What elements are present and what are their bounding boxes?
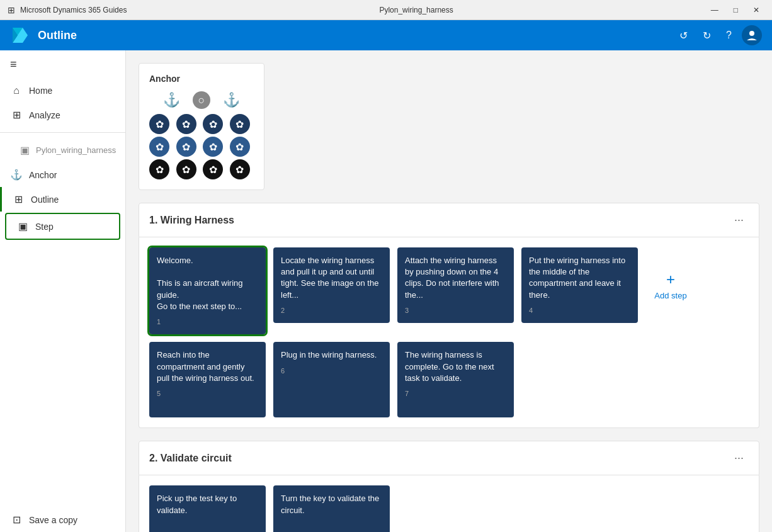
step-5-num: 5 bbox=[157, 389, 258, 399]
anchor-icons: ⚓ ○ ⚓ bbox=[149, 91, 254, 109]
doc-icon: ▣ bbox=[20, 144, 30, 156]
anchor-grid-item: ✿ bbox=[176, 159, 196, 179]
sidebar-item-analyze[interactable]: ⊞ Analyze bbox=[0, 103, 125, 127]
step-4-num: 4 bbox=[529, 306, 630, 315]
task-1-title: 1. Wiring Harness bbox=[149, 215, 234, 226]
step-6-card[interactable]: Plug in the wiring harness. 6 bbox=[273, 342, 390, 417]
app-name: Microsoft Dynamics 365 Guides bbox=[20, 6, 127, 14]
help-button[interactable]: ? bbox=[721, 26, 737, 45]
sidebar: ≡ ⌂ Home ⊞ Analyze ▣ Pylon_wiring_harnes… bbox=[0, 50, 126, 532]
add-step-button[interactable]: + Add step bbox=[645, 247, 696, 323]
task-2-steps-container: Pick up the test key to validate. Turn t… bbox=[139, 475, 759, 532]
anchor-grid-item: ✿ bbox=[176, 137, 196, 157]
app-icon: ⊞ bbox=[8, 5, 15, 15]
add-step-icon: + bbox=[666, 271, 675, 288]
close-button[interactable]: ✕ bbox=[748, 3, 764, 17]
title-bar: ⊞ Microsoft Dynamics 365 Guides Pylon_wi… bbox=[0, 0, 772, 20]
step-icon: ▣ bbox=[16, 220, 29, 232]
sidebar-item-home[interactable]: ⌂ Home bbox=[0, 79, 125, 103]
outline-icon: ⊞ bbox=[12, 193, 25, 205]
anchor-label: Anchor bbox=[29, 170, 57, 180]
step-label: Step bbox=[35, 222, 54, 232]
undo-button[interactable]: ↺ bbox=[674, 26, 693, 45]
step-2-num: 2 bbox=[281, 306, 382, 315]
header-right: ↺ ↻ ? bbox=[674, 25, 762, 45]
title-bar-right: — □ ✕ bbox=[706, 3, 764, 17]
task-1-more-button[interactable]: ··· bbox=[729, 211, 749, 229]
sidebar-item-step[interactable]: ▣ Step bbox=[5, 213, 120, 240]
anchor-icon: ⚓ bbox=[10, 169, 23, 181]
step-7-text: The wiring harness is complete. Go to th… bbox=[405, 349, 506, 384]
header-left: Outline bbox=[10, 25, 77, 45]
title-bar-center: Pylon_wiring_harness bbox=[379, 6, 453, 14]
step-4-card[interactable]: Put the wiring harness into the middle o… bbox=[521, 247, 638, 323]
avatar-button[interactable] bbox=[742, 25, 762, 45]
step-3-card[interactable]: Attach the wiring harness by pushing dow… bbox=[397, 247, 514, 323]
task-2-header: 2. Validate circuit ··· bbox=[139, 441, 759, 475]
anchor-grid-item: ✿ bbox=[203, 159, 223, 179]
anchor-grid-item: ✿ bbox=[176, 114, 196, 134]
validate-step-2-text: Turn the key to validate the circuit. bbox=[281, 493, 382, 516]
sidebar-item-anchor[interactable]: ⚓ Anchor bbox=[0, 162, 125, 187]
step-7-num: 7 bbox=[405, 389, 506, 399]
project-name-label: Pylon_wiring_harness bbox=[36, 145, 116, 155]
analyze-label: Analyze bbox=[29, 110, 60, 120]
step-1-text: Welcome. This is an aircraft wiring guid… bbox=[157, 255, 258, 312]
step-2-text: Locate the wiring harness and pull it up… bbox=[281, 255, 382, 301]
outline-label: Outline bbox=[31, 195, 59, 205]
step-3-num: 3 bbox=[405, 306, 506, 315]
minimize-button[interactable]: — bbox=[706, 3, 724, 17]
anchor-left-icon: ⚓ bbox=[163, 92, 180, 108]
analyze-icon: ⊞ bbox=[10, 109, 23, 121]
task-1-header: 1. Wiring Harness ··· bbox=[139, 203, 759, 237]
anchor-middle-icon: ○ bbox=[193, 91, 210, 109]
validate-step-1-text: Pick up the test key to validate. bbox=[157, 493, 258, 516]
add-step-label: Add step bbox=[654, 291, 686, 300]
validate-step-2-card[interactable]: Turn the key to validate the circuit. bbox=[273, 485, 390, 532]
step-6-text: Plug in the wiring harness. bbox=[281, 349, 382, 361]
sidebar-item-save-copy[interactable]: ⊡ Save a copy bbox=[0, 507, 125, 532]
task-1-steps-container: Welcome. This is an aircraft wiring guid… bbox=[139, 237, 759, 428]
anchor-grid-item: ✿ bbox=[203, 114, 223, 134]
dynamics-logo bbox=[10, 25, 30, 45]
maximize-button[interactable]: □ bbox=[729, 3, 743, 17]
task-2-more-button[interactable]: ··· bbox=[729, 449, 749, 467]
sidebar-project-name: ▣ Pylon_wiring_harness bbox=[0, 138, 125, 162]
sidebar-item-outline[interactable]: ⊞ Outline bbox=[0, 187, 125, 212]
step-6-num: 6 bbox=[281, 366, 382, 376]
hamburger-icon: ≡ bbox=[10, 58, 17, 71]
home-label: Home bbox=[29, 86, 52, 96]
app-body: ≡ ⌂ Home ⊞ Analyze ▣ Pylon_wiring_harnes… bbox=[0, 50, 772, 532]
step-5-card[interactable]: Reach into the compartment and gently pu… bbox=[149, 342, 266, 417]
step-1-card[interactable]: Welcome. This is an aircraft wiring guid… bbox=[149, 247, 266, 334]
sidebar-divider-1 bbox=[0, 132, 125, 133]
content-area: Anchor ⚓ ○ ⚓ ✿ ✿ ✿ ✿ ✿ ✿ ✿ ✿ ✿ ✿ ✿ ✿ bbox=[126, 50, 772, 532]
home-icon: ⌂ bbox=[10, 85, 23, 96]
anchor-grid-item: ✿ bbox=[230, 159, 250, 179]
user-icon bbox=[746, 30, 758, 41]
step-1-num: 1 bbox=[157, 317, 258, 327]
redo-button[interactable]: ↻ bbox=[698, 26, 716, 45]
step-3-text: Attach the wiring harness by pushing dow… bbox=[405, 255, 506, 301]
anchor-grid: ✿ ✿ ✿ ✿ ✿ ✿ ✿ ✿ ✿ ✿ ✿ ✿ bbox=[149, 114, 254, 179]
anchor-grid-item: ✿ bbox=[149, 159, 169, 179]
title-bar-left: ⊞ Microsoft Dynamics 365 Guides bbox=[8, 5, 127, 15]
menu-button[interactable]: ≡ bbox=[0, 50, 125, 79]
anchor-grid-item: ✿ bbox=[149, 114, 169, 134]
anchor-grid-item: ✿ bbox=[149, 137, 169, 157]
task-2-section: 2. Validate circuit ··· Pick up the test… bbox=[139, 441, 759, 532]
anchor-card: Anchor ⚓ ○ ⚓ ✿ ✿ ✿ ✿ ✿ ✿ ✿ ✿ ✿ ✿ ✿ ✿ bbox=[139, 63, 264, 190]
validate-step-1-card[interactable]: Pick up the test key to validate. bbox=[149, 485, 266, 532]
header: Outline ↺ ↻ ? bbox=[0, 20, 772, 50]
task-1-section: 1. Wiring Harness ··· Welcome. This is a… bbox=[139, 203, 759, 428]
step-2-card[interactable]: Locate the wiring harness and pull it up… bbox=[273, 247, 390, 323]
svg-point-3 bbox=[749, 31, 754, 36]
step-4-text: Put the wiring harness into the middle o… bbox=[529, 255, 630, 301]
file-name: Pylon_wiring_harness bbox=[379, 6, 453, 14]
save-copy-label: Save a copy bbox=[29, 515, 77, 525]
anchor-grid-item: ✿ bbox=[230, 114, 250, 134]
anchor-card-title: Anchor bbox=[149, 74, 254, 84]
step-7-card[interactable]: The wiring harness is complete. Go to th… bbox=[397, 342, 514, 417]
save-icon: ⊡ bbox=[10, 514, 23, 526]
header-title: Outline bbox=[38, 29, 77, 42]
